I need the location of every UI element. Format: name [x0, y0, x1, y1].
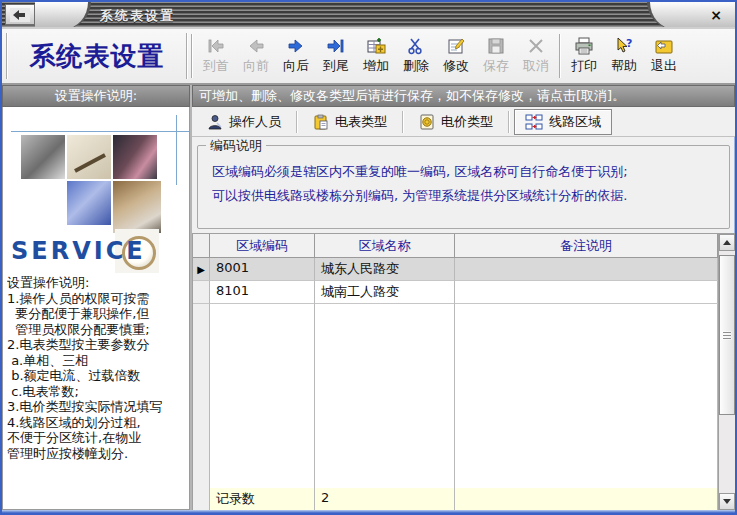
toolbar: 系统表设置 到首 向前 向后 到尾 — [2, 29, 735, 85]
edit-button[interactable]: 修改 — [436, 31, 476, 81]
instruction-line: 要分配便于兼职操作,但 — [7, 306, 187, 322]
groupbox-line: 区域编码必须是辖区内不重复的唯一编码, 区域名称可自行命名便于识别; — [212, 160, 717, 184]
meter-type-icon — [313, 114, 329, 130]
empty-indicator-column — [193, 304, 210, 488]
go-first-label: 到首 — [203, 57, 229, 75]
go-next-button[interactable]: 向后 — [276, 31, 316, 81]
cell-region-name[interactable]: 城东人民路变 — [315, 258, 455, 281]
cancel-label: 取消 — [523, 57, 549, 75]
tab-meter-types[interactable]: 电表类型 — [302, 109, 398, 135]
hand-photo — [113, 181, 161, 233]
groupbox-title: 编码说明 — [206, 137, 266, 155]
go-prev-button[interactable]: 向前 — [236, 31, 276, 81]
edit-label: 修改 — [443, 57, 469, 75]
hint-bar: 可增加、删除、修改各类型后请进行保存，如不保存修改，请点击[取消]。 — [192, 85, 735, 107]
scroll-down-button[interactable] — [719, 493, 735, 510]
instruction-line: 管理时应按楼幢划分. — [7, 446, 187, 462]
sidebar: 设置操作说明: SERVICE 设置操作说明: 1.操作人员的权限可按需 — [2, 85, 192, 510]
column-header-note[interactable]: 备注说明 — [455, 234, 718, 258]
add-record-icon — [366, 37, 386, 55]
cell-region-note[interactable] — [455, 281, 718, 304]
scroll-up-icon — [723, 240, 731, 245]
go-next-icon — [286, 37, 306, 55]
save-icon — [486, 37, 506, 55]
instruction-line: a.单相、三相 — [7, 353, 187, 369]
title-bar: 系统表设置 × — [2, 2, 735, 29]
cell-region-note[interactable] — [455, 258, 718, 281]
add-button[interactable]: 增加 — [356, 31, 396, 81]
tab-separator — [508, 111, 510, 133]
column-header-name[interactable]: 区域名称 — [315, 234, 455, 258]
go-last-label: 到尾 — [323, 57, 349, 75]
record-count-value: 2 — [315, 488, 455, 510]
table-row[interactable]: 8101 城南工人路变 — [193, 281, 718, 304]
delete-button[interactable]: 删除 — [396, 31, 436, 81]
tab-operators[interactable]: 操作人员 — [196, 109, 292, 135]
window-title: 系统表设置 — [100, 7, 175, 25]
vertical-scrollbar[interactable] — [718, 234, 735, 510]
service-word: SERVICE — [11, 237, 146, 265]
instruction-line: 2.电表类型按主要参数分 — [7, 337, 187, 353]
add-label: 增加 — [363, 57, 389, 75]
footer-note-cell — [455, 488, 718, 510]
instruction-line: c.电表常数; — [7, 384, 187, 400]
tab-separator — [296, 111, 298, 133]
scrollbar-track[interactable] — [719, 251, 735, 493]
cell-region-code[interactable]: 8001 — [210, 258, 315, 281]
empty-cell — [315, 304, 455, 488]
footer-indicator-cell — [193, 488, 210, 510]
cell-region-code[interactable]: 8101 — [210, 281, 315, 304]
price-type-icon — [419, 114, 435, 130]
table-row[interactable]: ▶ 8001 城东人民路变 — [193, 258, 718, 281]
keyboard-photo — [67, 181, 111, 225]
content-area: 设置操作说明: SERVICE 设置操作说明: 1.操作人员的权限可按需 — [2, 85, 735, 510]
go-first-button[interactable]: 到首 — [196, 31, 236, 81]
cancel-button[interactable]: 取消 — [516, 31, 556, 81]
close-icon[interactable]: × — [707, 6, 725, 24]
go-next-label: 向后 — [283, 57, 309, 75]
instruction-line: 3.电价类型按实际情况填写 — [7, 399, 187, 415]
cell-region-name[interactable]: 城南工人路变 — [315, 281, 455, 304]
sidebar-body: SERVICE 设置操作说明: 1.操作人员的权限可按需 要分配便于兼职操作,但… — [2, 107, 190, 510]
scroll-up-button[interactable] — [719, 234, 735, 251]
tab-bar: 操作人员 电表类型 电价类型 — [192, 107, 735, 137]
row-indicator: ▶ — [193, 258, 210, 281]
scroll-down-icon — [723, 499, 731, 504]
pen-photo — [67, 135, 111, 179]
print-button[interactable]: 打印 — [564, 31, 604, 81]
save-button[interactable]: 保存 — [476, 31, 516, 81]
column-header-code[interactable]: 区域编码 — [210, 234, 315, 258]
table-header-row: 区域编码 区域名称 备注说明 — [193, 234, 718, 258]
collage-guide-line — [176, 115, 177, 185]
instruction-line: b.额定电流、过载倍数 — [7, 368, 187, 384]
collage-guide-line — [11, 131, 189, 132]
go-prev-icon — [246, 37, 266, 55]
tab-price-types[interactable]: 电价类型 — [408, 109, 504, 135]
tab-operators-label: 操作人员 — [229, 113, 281, 131]
help-button[interactable]: ? 帮助 — [604, 31, 644, 81]
toolbar-separator — [559, 34, 561, 78]
edit-icon — [446, 37, 466, 55]
go-last-icon — [326, 37, 346, 55]
tools-photo — [21, 135, 65, 179]
svg-text:?: ? — [626, 37, 632, 50]
titlebar-swoosh — [35, 2, 91, 29]
tab-line-regions[interactable]: 线路区域 — [514, 109, 612, 135]
instruction-line: 4.线路区域的划分过粗, — [7, 415, 187, 431]
tab-separator — [402, 111, 404, 133]
exit-button[interactable]: 退出 — [644, 31, 684, 81]
save-label: 保存 — [483, 57, 509, 75]
instructions: 设置操作说明: 1.操作人员的权限可按需 要分配便于兼职操作,但 管理员权限分配… — [3, 269, 189, 461]
app-logo-icon — [5, 4, 35, 25]
go-last-button[interactable]: 到尾 — [316, 31, 356, 81]
window-bottom-edge — [2, 510, 735, 513]
tab-line-regions-label: 线路区域 — [549, 113, 601, 131]
help-icon: ? — [614, 37, 634, 55]
exit-icon — [654, 37, 674, 55]
scrollbar-thumb[interactable] — [719, 255, 735, 415]
row-indicator — [193, 281, 210, 304]
print-icon — [574, 37, 594, 55]
thumb-grip-icon — [723, 335, 731, 336]
region-table: 区域编码 区域名称 备注说明 ▶ 8001 城东人民路变 8101 城南工人路变 — [192, 234, 718, 510]
delete-icon — [406, 37, 426, 55]
